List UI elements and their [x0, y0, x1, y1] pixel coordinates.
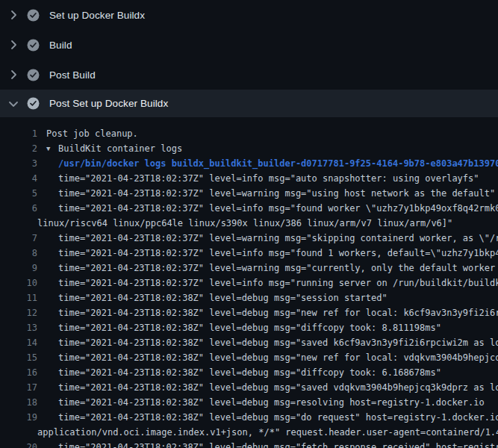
log-line: 15 time="2021-04-23T18:02:38Z" level=deb…: [0, 350, 498, 365]
log-line-number[interactable]: 20: [0, 440, 37, 448]
log-line: 2 ▼BuildKit container logs: [0, 141, 498, 156]
log-line-text: ▼BuildKit container logs: [37, 141, 498, 156]
job-steps-list: Set up Docker Buildx Build Post Build Po…: [0, 0, 498, 117]
log-line: 12 time="2021-04-23T18:02:38Z" level=deb…: [0, 305, 498, 320]
log-line-text: time="2021-04-23T18:02:37Z" level=info m…: [37, 171, 498, 186]
log-line: 16 time="2021-04-23T18:02:38Z" level=deb…: [0, 365, 498, 380]
log-line: 1 Post job cleanup.: [0, 126, 498, 141]
log-line: 10 time="2021-04-23T18:02:37Z" level=inf…: [0, 276, 498, 290]
log-line-number[interactable]: 8: [0, 246, 37, 261]
chevron-right-icon[interactable]: [7, 9, 19, 21]
log-line-text: time="2021-04-23T18:02:37Z" level=info m…: [37, 246, 498, 261]
log-line-number[interactable]: 4: [0, 171, 37, 186]
log-line-number[interactable]: 5: [0, 186, 37, 201]
log-line-text: application/vnd.oci.image.index.v1+json,…: [37, 425, 498, 440]
log-line-text: time="2021-04-23T18:02:38Z" level=debug …: [37, 395, 498, 410]
log-line-number[interactable]: 12: [0, 305, 37, 320]
step-header-build[interactable]: Build: [0, 30, 498, 60]
step-label: Build: [49, 40, 72, 51]
log-line-text: time="2021-04-23T18:02:38Z" level=debug …: [37, 380, 498, 395]
check-circle-icon: [27, 39, 40, 52]
log-line-number[interactable]: 13: [0, 320, 37, 335]
step-label: Set up Docker Buildx: [49, 10, 145, 21]
group-collapse-triangle-icon[interactable]: ▼: [46, 141, 58, 156]
log-line: 7 time="2021-04-23T18:02:37Z" level=warn…: [0, 231, 498, 246]
log-line-text: time="2021-04-23T18:02:37Z" level=info m…: [37, 276, 498, 290]
check-circle-icon: [27, 97, 40, 110]
log-line-text: time="2021-04-23T18:02:37Z" level=warnin…: [37, 231, 498, 246]
log-line-text: time="2021-04-23T18:02:38Z" level=debug …: [37, 440, 498, 448]
log-group-title[interactable]: BuildKit container logs: [58, 143, 182, 154]
log-line-number[interactable]: 19: [0, 410, 37, 425]
log-line-number[interactable]: 10: [0, 276, 37, 290]
log-line-number[interactable]: 16: [0, 365, 37, 380]
step-header-post-set-up-docker-buildx[interactable]: Post Set up Docker Buildx: [0, 90, 498, 117]
step-header-post-build[interactable]: Post Build: [0, 60, 498, 90]
log-line: 5 time="2021-04-23T18:02:37Z" level=warn…: [0, 186, 498, 201]
log-line-text: linux/riscv64 linux/ppc64le linux/s390x …: [37, 216, 498, 231]
chevron-right-icon[interactable]: [7, 39, 19, 51]
log-line-number[interactable]: 17: [0, 380, 37, 395]
log-line-number[interactable]: 3: [0, 156, 37, 171]
log-line: 3 /usr/bin/docker logs buildx_buildkit_b…: [0, 156, 498, 171]
chevron-down-icon[interactable]: [7, 98, 19, 110]
log-line-number: [0, 425, 37, 440]
log-line-text: Post job cleanup.: [37, 126, 498, 141]
step-label: Post Set up Docker Buildx: [49, 98, 168, 109]
step-label: Post Build: [49, 69, 96, 81]
log-line: 14 time="2021-04-23T18:02:38Z" level=deb…: [0, 335, 498, 350]
log-line-text: time="2021-04-23T18:02:38Z" level=debug …: [37, 305, 498, 320]
step-header-set-up-docker-buildx[interactable]: Set up Docker Buildx: [0, 0, 498, 30]
log-line-text: time="2021-04-23T18:02:38Z" level=debug …: [37, 350, 498, 365]
log-line-text: time="2021-04-23T18:02:38Z" level=debug …: [37, 320, 498, 335]
log-line: 19 time="2021-04-23T18:02:38Z" level=deb…: [0, 410, 498, 425]
log-line: application/vnd.oci.image.index.v1+json,…: [0, 425, 498, 440]
log-line: 4 time="2021-04-23T18:02:37Z" level=info…: [0, 171, 498, 186]
log-line: 13 time="2021-04-23T18:02:38Z" level=deb…: [0, 320, 498, 335]
log-line-text: time="2021-04-23T18:02:38Z" level=debug …: [37, 290, 498, 305]
log-line-text: time="2021-04-23T18:02:38Z" level=debug …: [37, 365, 498, 380]
log-line-number[interactable]: 11: [0, 290, 37, 305]
log-line: linux/riscv64 linux/ppc64le linux/s390x …: [0, 216, 498, 231]
log-line: 6 time="2021-04-23T18:02:37Z" level=info…: [0, 201, 498, 216]
log-line-text: time="2021-04-23T18:02:38Z" level=debug …: [37, 335, 498, 350]
log-line-number[interactable]: 15: [0, 350, 37, 365]
log-line: 17 time="2021-04-23T18:02:38Z" level=deb…: [0, 380, 498, 395]
log-line-number[interactable]: 9: [0, 261, 37, 276]
log-line-number[interactable]: 1: [0, 126, 37, 141]
log-line-number[interactable]: 6: [0, 201, 37, 216]
log-line-number[interactable]: 14: [0, 335, 37, 350]
check-circle-icon: [27, 9, 40, 22]
step-log-viewer: 1 Post job cleanup. 2 ▼BuildKit containe…: [0, 117, 498, 448]
log-line-number: [0, 216, 37, 231]
log-line-text: /usr/bin/docker logs buildx_buildkit_bui…: [37, 156, 498, 171]
chevron-right-icon[interactable]: [7, 69, 19, 81]
log-line: 9 time="2021-04-23T18:02:37Z" level=warn…: [0, 261, 498, 276]
log-line-text: time="2021-04-23T18:02:37Z" level=warnin…: [37, 186, 498, 201]
check-circle-icon: [27, 69, 40, 81]
log-line-text: time="2021-04-23T18:02:38Z" level=debug …: [37, 410, 498, 425]
log-line-number[interactable]: 2: [0, 141, 37, 156]
log-line: 11 time="2021-04-23T18:02:38Z" level=deb…: [0, 290, 498, 305]
log-line: 20 time="2021-04-23T18:02:38Z" level=deb…: [0, 440, 498, 448]
log-line-text: time="2021-04-23T18:02:37Z" level=warnin…: [37, 261, 498, 276]
log-line-number[interactable]: 18: [0, 395, 37, 410]
log-line: 8 time="2021-04-23T18:02:37Z" level=info…: [0, 246, 498, 261]
log-line: 18 time="2021-04-23T18:02:38Z" level=deb…: [0, 395, 498, 410]
log-line-text: time="2021-04-23T18:02:37Z" level=info m…: [37, 201, 498, 216]
log-line-number[interactable]: 7: [0, 231, 37, 246]
